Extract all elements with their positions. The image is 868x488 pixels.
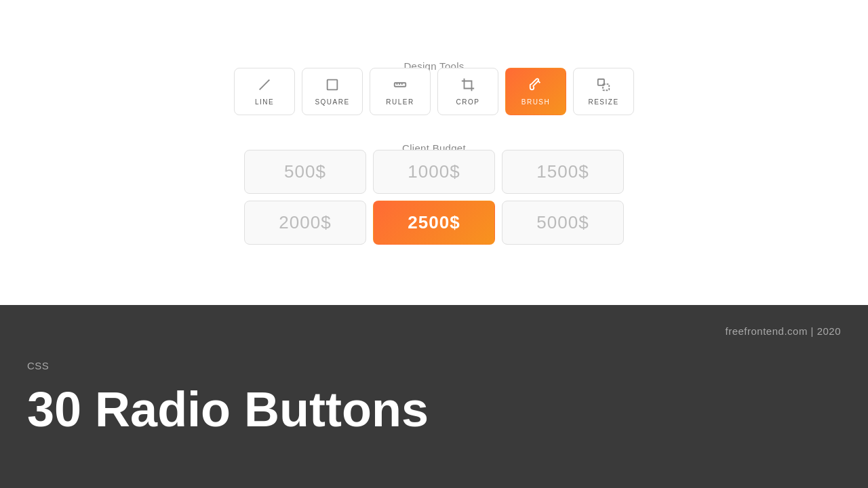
- line-icon: [257, 77, 272, 94]
- budget-1000[interactable]: 1000$: [373, 150, 495, 194]
- budget-5000[interactable]: 5000$: [502, 201, 624, 245]
- budget-500-label: 500$: [284, 161, 326, 182]
- brush-icon: [528, 77, 543, 94]
- budget-5000-label: 5000$: [536, 212, 589, 233]
- budget-grid: 500$ 1000$ 1500$ 2000$ 2500$ 5000$: [244, 150, 624, 245]
- budget-1500[interactable]: 1500$: [502, 150, 624, 194]
- site-info: freefrontend.com | 2020: [726, 325, 842, 337]
- crop-label: CROP: [456, 98, 480, 106]
- budget-2500[interactable]: 2500$: [373, 201, 495, 245]
- main-title: 30 Radio Buttons: [27, 385, 841, 434]
- tool-ruler[interactable]: RULER: [370, 68, 431, 115]
- resize-label: RESIZE: [588, 98, 618, 106]
- square-icon: [325, 77, 340, 94]
- svg-rect-1: [328, 80, 338, 90]
- ruler-label: RULER: [386, 98, 414, 106]
- tool-square[interactable]: SQUARE: [302, 68, 363, 115]
- tool-brush[interactable]: BRUSH: [505, 68, 566, 115]
- bottom-section: CSS 30 Radio Buttons freefrontend.com | …: [0, 305, 868, 488]
- tool-crop[interactable]: CROP: [437, 68, 498, 115]
- tool-resize[interactable]: RESIZE: [573, 68, 634, 115]
- crop-icon: [460, 77, 475, 94]
- line-label: LINE: [255, 98, 274, 106]
- svg-line-0: [260, 80, 270, 90]
- tool-line[interactable]: LINE: [234, 68, 295, 115]
- budget-500[interactable]: 500$: [244, 150, 366, 194]
- resize-icon: [596, 77, 611, 94]
- budget-1000-label: 1000$: [408, 161, 460, 182]
- top-section: Design Tools LINE SQUARE: [0, 0, 868, 305]
- ruler-icon: [393, 77, 408, 94]
- budget-2500-label: 2500$: [408, 212, 460, 233]
- square-label: SQUARE: [315, 98, 349, 106]
- budget-group: Client Budget 500$ 1000$ 1500$ 2000$ 250…: [244, 142, 624, 245]
- budget-1500-label: 1500$: [536, 161, 589, 182]
- category-label: CSS: [27, 360, 841, 371]
- design-tools-row: LINE SQUARE: [234, 68, 634, 115]
- budget-2000-label: 2000$: [279, 212, 331, 233]
- svg-line-6: [538, 81, 540, 83]
- design-tools-group: Design Tools LINE SQUARE: [234, 60, 634, 115]
- brush-label: BRUSH: [521, 98, 551, 106]
- budget-2000[interactable]: 2000$: [244, 201, 366, 245]
